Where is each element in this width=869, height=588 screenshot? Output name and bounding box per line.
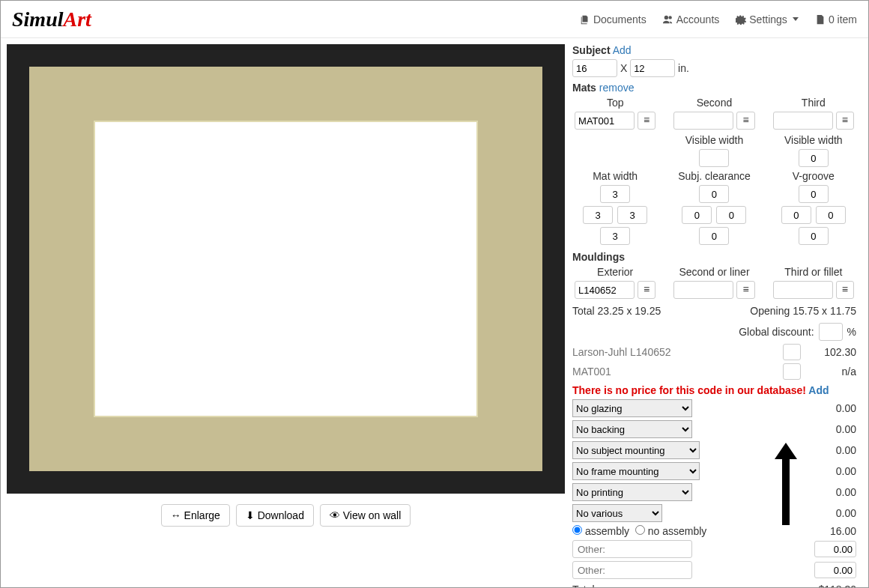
nav-settings-label: Settings: [749, 13, 787, 25]
left-panel: ↔ Enlarge ⬇ Download 👁 View on wall: [7, 44, 565, 588]
noassembly-label: no assembly: [648, 525, 707, 537]
subj-clearance-col: Subj. clearance: [671, 170, 757, 245]
sc-top[interactable]: [699, 185, 729, 203]
mat-third-input[interactable]: [773, 112, 833, 130]
mw-bottom[interactable]: [600, 227, 630, 245]
other1-price[interactable]: [814, 541, 856, 557]
various-select[interactable]: No various: [572, 504, 662, 522]
nav-documents-label: Documents: [593, 13, 647, 25]
fmount-price: 0.00: [836, 465, 856, 477]
mouldings-header: Mouldings: [572, 251, 856, 263]
subject-add-link[interactable]: Add: [613, 44, 632, 56]
right-panel: Subject Add X in. Mats remove Top ≡ Seco…: [572, 44, 862, 588]
download-label: Download: [258, 509, 304, 521]
mw-top[interactable]: [600, 185, 630, 203]
sc-bottom[interactable]: [699, 227, 729, 245]
mat-third-picker[interactable]: ≡: [836, 112, 854, 130]
warning-add-link[interactable]: Add: [808, 384, 829, 396]
nav-settings[interactable]: Settings: [736, 13, 799, 25]
moulding-price: 102.30: [808, 346, 856, 358]
subject-height-input[interactable]: [630, 59, 675, 77]
opening-size: Opening 15.75 x 11.75: [750, 305, 856, 317]
backing-row: No backing 0.00: [572, 420, 856, 438]
other2-price[interactable]: [814, 562, 856, 578]
other2-row: [572, 561, 856, 579]
vg-left[interactable]: [781, 206, 811, 224]
moulding-disc[interactable]: [783, 344, 801, 360]
subject-width-input[interactable]: [572, 59, 617, 77]
price-warning: There is no price for this code in our d…: [572, 384, 856, 396]
svg-point-0: [664, 15, 667, 19]
x-label: X: [620, 62, 627, 74]
preview-button-row: ↔ Enlarge ⬇ Download 👁 View on wall: [7, 504, 565, 527]
vw3-input[interactable]: [799, 149, 829, 167]
total-value: $118.30: [818, 584, 856, 588]
moulding-second-col: Second or liner ≡: [671, 266, 757, 299]
subj-clearance-label: Subj. clearance: [671, 170, 757, 182]
mats-label: Mats: [572, 82, 596, 94]
backing-select[interactable]: No backing: [572, 420, 692, 438]
mat-top-col: Top ≡: [572, 97, 658, 167]
warning-text: There is no price for this code in our d…: [572, 384, 806, 396]
other1-row: [572, 540, 856, 558]
sc-right[interactable]: [716, 206, 746, 224]
mat-top-input[interactable]: [575, 112, 635, 130]
mw-left[interactable]: [583, 206, 613, 224]
nav-accounts-label: Accounts: [676, 13, 720, 25]
download-button[interactable]: ⬇ Download: [236, 504, 314, 527]
m3-picker[interactable]: ≡: [836, 281, 854, 299]
moulding-name: Larson-Juhl L140652: [572, 346, 775, 358]
mouldings-row: Exterior ≡ Second or liner ≡ Third or fi…: [572, 266, 856, 299]
mat-second-input[interactable]: [673, 112, 733, 130]
fmount-row: No frame mounting 0.00: [572, 462, 856, 480]
mats-remove-link[interactable]: remove: [599, 82, 635, 94]
users-icon: [663, 14, 673, 25]
main: ↔ Enlarge ⬇ Download 👁 View on wall Subj…: [1, 38, 868, 588]
ext-picker[interactable]: ≡: [638, 281, 655, 299]
ext-input[interactable]: [575, 281, 635, 299]
m3-input[interactable]: [773, 281, 833, 299]
vg-right[interactable]: [816, 206, 846, 224]
file-icon: [815, 14, 826, 25]
assembly-price: 16.00: [830, 525, 856, 537]
backing-price: 0.00: [836, 423, 856, 435]
mw-right[interactable]: [617, 206, 647, 224]
nav-cart[interactable]: 0 item: [815, 13, 857, 25]
fmount-select[interactable]: No frame mounting: [572, 462, 700, 480]
vgroove-col: V-groove: [771, 170, 856, 245]
nav-documents[interactable]: Documents: [580, 13, 647, 25]
discount-input[interactable]: [819, 323, 843, 341]
vg-top[interactable]: [799, 185, 829, 203]
assembly-row: assembly no assembly 16.00: [572, 525, 856, 537]
view-on-wall-button[interactable]: 👁 View on wall: [320, 504, 411, 527]
mat-width-col: Mat width: [572, 170, 658, 245]
subject-label: Subject: [572, 44, 611, 56]
chevron-down-icon: [793, 17, 799, 21]
vgroove-label: V-groove: [771, 170, 856, 182]
glazing-select[interactable]: No glazing: [572, 399, 692, 417]
nav-cart-label: 0 item: [829, 13, 857, 25]
sc-left[interactable]: [682, 206, 712, 224]
ext-label: Exterior: [572, 266, 658, 278]
other2-input[interactable]: [572, 561, 692, 579]
viewwall-label: View on wall: [343, 509, 402, 521]
smount-row: No subject mounting 0.00: [572, 441, 856, 459]
enlarge-button[interactable]: ↔ Enlarge: [161, 504, 230, 527]
mat-disc[interactable]: [783, 363, 801, 380]
mat-top-picker[interactable]: ≡: [638, 112, 655, 130]
pct-label: %: [847, 326, 856, 338]
other1-input[interactable]: [572, 540, 692, 558]
subject-row: Subject Add: [572, 44, 856, 56]
mat-second-picker[interactable]: ≡: [736, 112, 754, 130]
nav-accounts[interactable]: Accounts: [663, 13, 720, 25]
assembly-radio[interactable]: assembly: [572, 525, 629, 537]
line-mat: MAT001 n/a: [572, 363, 856, 380]
printing-select[interactable]: No printing: [572, 483, 692, 501]
smount-select[interactable]: No subject mounting: [572, 441, 700, 459]
noassembly-radio[interactable]: no assembly: [635, 525, 706, 537]
m2-input[interactable]: [673, 281, 733, 299]
m2-picker[interactable]: ≡: [736, 281, 754, 299]
vg-bottom[interactable]: [799, 227, 829, 245]
vw2-input[interactable]: [699, 149, 729, 167]
mat-preview: [29, 67, 542, 471]
